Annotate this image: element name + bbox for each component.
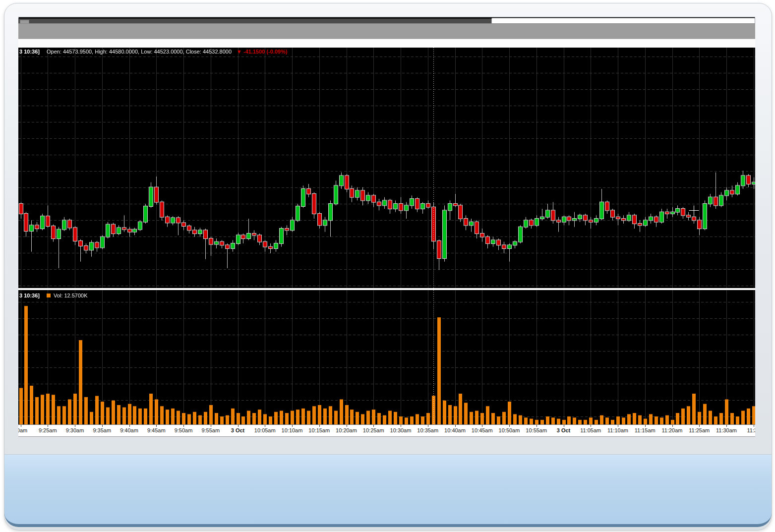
axis-tick-mark <box>211 425 211 427</box>
change-readout: ▼-41.1500 (-0.09%) <box>237 49 288 55</box>
axis-tick-mark <box>373 425 374 427</box>
candlestick-volume-chart[interactable] <box>18 48 755 424</box>
axis-tick-mark <box>645 425 646 427</box>
axis-tick-mark <box>509 425 510 427</box>
axis-tick-mark <box>238 425 238 427</box>
axis-tick-mark <box>401 425 401 427</box>
axis-tick-mark <box>482 425 482 427</box>
axis-tick-mark <box>183 425 184 427</box>
axis-tick-mark <box>618 425 618 427</box>
axis-tick-mark <box>129 425 130 427</box>
axis-tick-mark <box>564 425 564 427</box>
axis-tick-mark <box>21 425 21 427</box>
volume-pane-header: 3 10:36] Vol: 12.5700K <box>19 293 88 298</box>
axis-tick-mark <box>754 425 754 427</box>
axis-tick-mark <box>591 425 591 427</box>
monitor-chin <box>4 454 772 527</box>
title-bar <box>18 23 755 39</box>
axis-tick-mark <box>699 425 700 427</box>
volume-readout: Vol: 12.5700K <box>54 293 88 298</box>
axis-tick-mark <box>102 425 103 427</box>
desktop-background: 3 10:36] Open: 44573.9500, High: 44580.0… <box>0 0 775 532</box>
monitor-frame: 3 10:36] Open: 44573.9500, High: 44580.0… <box>4 3 772 531</box>
axis-tick-label: 11:35 <box>738 427 755 433</box>
volume-pane-time-label: 3 10:36] <box>19 293 40 298</box>
axis-tick-mark <box>347 425 347 427</box>
axis-tick-mark <box>48 425 48 427</box>
app-screen: 3 10:36] Open: 44573.9500, High: 44580.0… <box>18 17 755 437</box>
toolbar-strip <box>18 39 755 48</box>
axis-tick-mark <box>156 425 157 427</box>
time-axis: 20am9:25am9:30am9:35am9:40am9:45am9:50am… <box>18 424 755 437</box>
price-pane-time-label: 3 10:36] <box>19 49 40 55</box>
ohlc-readout: Open: 44573.9500, High: 44580.0000, Low:… <box>47 49 232 55</box>
chart-area: 3 10:36] Open: 44573.9500, High: 44580.0… <box>18 48 755 424</box>
axis-tick-mark <box>265 425 265 427</box>
axis-tick-mark <box>319 425 320 427</box>
axis-tick-mark <box>726 425 727 427</box>
axis-tick-mark <box>292 425 293 427</box>
axis-tick-mark <box>672 425 673 427</box>
price-pane-header: 3 10:36] Open: 44573.9500, High: 44580.0… <box>19 49 288 55</box>
down-arrow-icon: ▼ <box>237 49 242 55</box>
axis-tick-mark <box>537 425 537 427</box>
axis-tick-mark <box>428 425 428 427</box>
axis-tick-mark <box>455 425 456 427</box>
volume-legend-swatch <box>47 294 51 297</box>
change-value: -41.1500 (-0.09%) <box>243 49 288 55</box>
axis-tick-mark <box>75 425 75 427</box>
